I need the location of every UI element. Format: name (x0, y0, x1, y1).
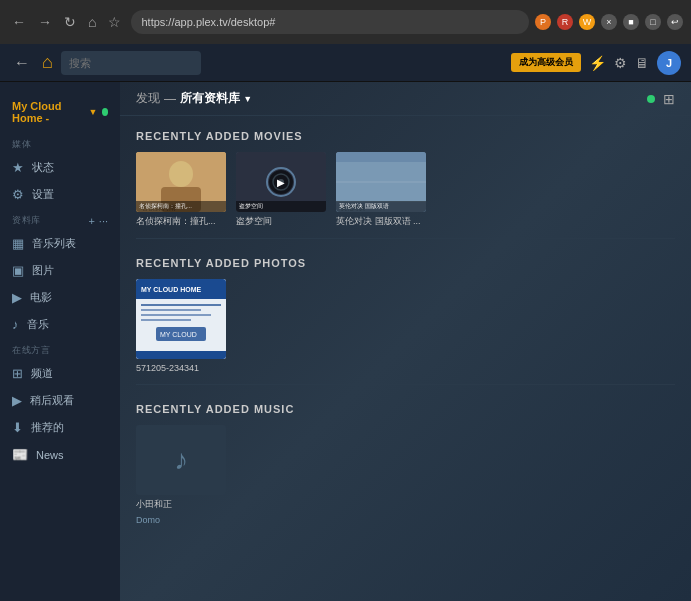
content-area: 发现 — 所有资料库 ▼ ⊞ RECENTLY ADDED MOVIES (120, 82, 691, 601)
extension-icon-3[interactable]: W (579, 14, 595, 30)
refresh-button[interactable]: ↻ (60, 12, 80, 32)
sidebar-item-label: 音乐列表 (32, 236, 76, 251)
sidebar-item-label: 状态 (32, 160, 54, 175)
extension-icon-2[interactable]: R (557, 14, 573, 30)
library-actions: + ··· (88, 215, 108, 227)
sidebar-item-label: 推荐的 (31, 420, 64, 435)
sidebar-item-status[interactable]: ★ 状态 (0, 154, 120, 181)
movies-row: 名侦探柯南 名侦探柯南：撞孔... 名侦探柯南：撞孔... (136, 152, 675, 228)
sidebar-item-music[interactable]: ♪ 音乐 (0, 311, 120, 338)
music-section-title: RECENTLY ADDED MUSIC (136, 403, 675, 415)
photos-icon: ▣ (12, 263, 24, 278)
download-icon: ⬇ (12, 420, 23, 435)
movie-card-3[interactable]: 英伦对决 英伦对决 国版双语 英伦对决 国版双语 ... (336, 152, 426, 228)
extension-icon-1[interactable]: P (535, 14, 551, 30)
sidebar-item-label: 频道 (31, 366, 53, 381)
photo-card-1[interactable]: MY CLOUD HOME MY CLOUD 571205-234341 (136, 279, 226, 375)
status-icon: ★ (12, 160, 24, 175)
play-overlay-2: ▶ (269, 170, 293, 194)
music-thumb-1: ♪ (136, 425, 226, 495)
browser-nav-buttons: ← → ↻ ⌂ ☆ (8, 12, 125, 32)
svg-text:MY CLOUD: MY CLOUD (160, 331, 197, 338)
plex-back-button[interactable]: ← (10, 52, 34, 74)
lightning-icon: ⚡ (589, 55, 606, 71)
music-note-icon: ♪ (174, 444, 188, 476)
watchlater-icon: ▶ (12, 393, 22, 408)
photo-1-label: 571205-234341 (136, 363, 226, 375)
library-header: 资料库 + ··· (0, 208, 120, 230)
sidebar-item-recommended[interactable]: ⬇ 推荐的 (0, 414, 120, 441)
add-library-icon[interactable]: + (88, 215, 94, 227)
sidebar-item-photos[interactable]: ▣ 图片 (0, 257, 120, 284)
online-section-label: 在线方言 (0, 338, 120, 360)
movie-thumb-3: 英伦对决 英伦对决 国版双语 (336, 152, 426, 212)
premium-button[interactable]: 成为高级会员 (511, 53, 581, 72)
movie-thumb-1: 名侦探柯南 名侦探柯南：撞孔... (136, 152, 226, 212)
sidebar: My Cloud Home - ▼ 媒体 ★ 状态 ⚙ 设置 资料库 + ··· (0, 82, 120, 601)
sidebar-item-movies[interactable]: ▶ 电影 (0, 284, 120, 311)
movie-3-text-overlay: 英伦对决 国版双语 (336, 201, 426, 212)
svg-rect-18 (141, 319, 191, 321)
main-layout: My Cloud Home - ▼ 媒体 ★ 状态 ⚙ 设置 资料库 + ··· (0, 82, 691, 601)
more-library-icon[interactable]: ··· (99, 215, 108, 227)
topbar: ← ⌂ 成为高级会员 ⚡ ⚙ 🖥 J (0, 44, 691, 82)
movie-card-1[interactable]: 名侦探柯南 名侦探柯南：撞孔... 名侦探柯南：撞孔... (136, 152, 226, 228)
movie-2-text-overlay: 盗梦空间 (236, 201, 326, 212)
plex-app: ← ⌂ 成为高级会员 ⚡ ⚙ 🖥 J My Cloud Home - ▼ 媒体 … (0, 44, 691, 601)
sidebar-item-news[interactable]: 📰 News (0, 441, 120, 468)
movies-section-title: RECENTLY ADDED MOVIES (136, 130, 675, 142)
avatar[interactable]: J (657, 51, 681, 75)
search-input[interactable] (61, 51, 201, 75)
divider-2 (136, 384, 675, 385)
svg-rect-21 (136, 351, 226, 359)
movies-icon: ▶ (12, 290, 22, 305)
sidebar-item-label: 图片 (32, 263, 54, 278)
music-section: RECENTLY ADDED MUSIC ♪ 小田和正 Domo (120, 389, 691, 532)
music-row: ♪ 小田和正 Domo (136, 425, 675, 526)
address-text: https://app.plex.tv/desktop# (141, 16, 275, 28)
display-icon[interactable]: 🖥 (635, 55, 649, 71)
gear-icon: ⚙ (12, 187, 24, 202)
extension-icon-5[interactable]: ■ (623, 14, 639, 30)
breadcrumb-sep: — (164, 92, 176, 106)
photos-row: MY CLOUD HOME MY CLOUD 571205-234341 (136, 279, 675, 375)
server-name: My Cloud Home - (12, 100, 85, 124)
sidebar-item-playlists[interactable]: ▦ 音乐列表 (0, 230, 120, 257)
sidebar-item-label: 稍后观看 (30, 393, 74, 408)
back-button[interactable]: ← (8, 12, 30, 32)
mine-section-label: 媒体 (0, 132, 120, 154)
grid-view-icon[interactable]: ⊞ (663, 91, 675, 107)
star-button[interactable]: ☆ (104, 12, 125, 32)
breadcrumb-all[interactable]: 所有资料库 ▼ (180, 90, 252, 107)
breadcrumb-discover: 发现 (136, 90, 160, 107)
sidebar-item-label: 音乐 (27, 317, 49, 332)
server-selector[interactable]: My Cloud Home - ▼ (0, 92, 120, 132)
forward-button[interactable]: → (34, 12, 56, 32)
svg-point-1 (169, 161, 193, 187)
topbar-left: ← ⌂ (10, 51, 201, 75)
address-bar[interactable]: https://app.plex.tv/desktop# (131, 10, 529, 34)
movie-1-text-overlay: 名侦探柯南：撞孔... (136, 201, 226, 212)
svg-text:MY CLOUD HOME: MY CLOUD HOME (141, 286, 201, 293)
plex-logo: ⌂ (42, 52, 53, 73)
extension-icon-7[interactable]: ↩ (667, 14, 683, 30)
music-card-1[interactable]: ♪ 小田和正 Domo (136, 425, 226, 526)
sidebar-item-watchlater[interactable]: ▶ 稍后观看 (0, 387, 120, 414)
music-icon: ♪ (12, 317, 19, 332)
sidebar-item-label: News (36, 449, 64, 461)
movie-2-label: 盗梦空间 (236, 216, 326, 228)
photos-section: RECENTLY ADDED PHOTOS MY CLOUD HOME (120, 243, 691, 381)
status-dot (647, 95, 655, 103)
movie-card-2[interactable]: ▶ 盗梦空间 盗梦空间 (236, 152, 326, 228)
home-button[interactable]: ⌂ (84, 12, 100, 32)
content-header: 发现 — 所有资料库 ▼ ⊞ (120, 82, 691, 116)
settings-icon[interactable]: ⚙ (614, 55, 627, 71)
movie-thumb-2: ▶ 盗梦空间 (236, 152, 326, 212)
movie-1-label: 名侦探柯南：撞孔... (136, 216, 226, 228)
sidebar-item-channels[interactable]: ⊞ 频道 (0, 360, 120, 387)
extension-icon-6[interactable]: □ (645, 14, 661, 30)
sidebar-item-settings[interactable]: ⚙ 设置 (0, 181, 120, 208)
movies-section: RECENTLY ADDED MOVIES 名侦探柯南 (120, 116, 691, 234)
channels-icon: ⊞ (12, 366, 23, 381)
extension-icon-4[interactable]: × (601, 14, 617, 30)
